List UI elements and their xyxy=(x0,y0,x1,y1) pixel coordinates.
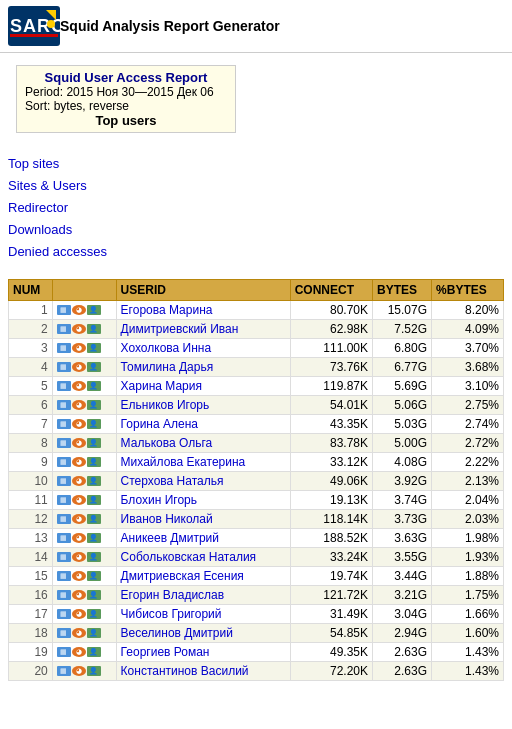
pie-chart-icon[interactable]: ◕ xyxy=(72,666,86,676)
cell-icons: ▦ ◕ 👤 xyxy=(52,529,116,548)
userid-link[interactable]: Егорова Марина xyxy=(121,303,213,317)
cell-connect: 19.13K xyxy=(290,491,372,510)
bar-chart-icon[interactable]: ▦ xyxy=(57,666,71,676)
cell-pct: 3.68% xyxy=(432,358,504,377)
user-icon[interactable]: 👤 xyxy=(87,324,101,334)
pie-chart-icon[interactable]: ◕ xyxy=(72,628,86,638)
bar-chart-icon[interactable]: ▦ xyxy=(57,552,71,562)
bar-chart-icon[interactable]: ▦ xyxy=(57,362,71,372)
userid-link[interactable]: Блохин Игорь xyxy=(121,493,197,507)
table-row: 15 ▦ ◕ 👤 Дмитриевская Есения19.74K3.44G1… xyxy=(9,567,504,586)
pie-chart-icon[interactable]: ◕ xyxy=(72,400,86,410)
userid-link[interactable]: Ельников Игорь xyxy=(121,398,210,412)
pie-chart-icon[interactable]: ◕ xyxy=(72,438,86,448)
nav-denied-accesses[interactable]: Denied accesses xyxy=(8,241,504,263)
pie-chart-icon[interactable]: ◕ xyxy=(72,324,86,334)
user-icon[interactable]: 👤 xyxy=(87,666,101,676)
cell-num: 6 xyxy=(9,396,53,415)
cell-icons: ▦ ◕ 👤 xyxy=(52,510,116,529)
userid-link[interactable]: Горина Алена xyxy=(121,417,198,431)
userid-link[interactable]: Харина Мария xyxy=(121,379,202,393)
user-icon[interactable]: 👤 xyxy=(87,495,101,505)
user-icon[interactable]: 👤 xyxy=(87,419,101,429)
bar-chart-icon[interactable]: ▦ xyxy=(57,305,71,315)
user-icon[interactable]: 👤 xyxy=(87,590,101,600)
bar-chart-icon[interactable]: ▦ xyxy=(57,343,71,353)
userid-link[interactable]: Дмитриевская Есения xyxy=(121,569,244,583)
bar-chart-icon[interactable]: ▦ xyxy=(57,381,71,391)
pie-chart-icon[interactable]: ◕ xyxy=(72,609,86,619)
user-icon[interactable]: 👤 xyxy=(87,476,101,486)
userid-link[interactable]: Константинов Василий xyxy=(121,664,249,678)
userid-link[interactable]: Веселинов Дмитрий xyxy=(121,626,233,640)
userid-link[interactable]: Малькова Ольга xyxy=(121,436,213,450)
bar-chart-icon[interactable]: ▦ xyxy=(57,590,71,600)
user-icon[interactable]: 👤 xyxy=(87,343,101,353)
user-icon[interactable]: 👤 xyxy=(87,609,101,619)
bar-chart-icon[interactable]: ▦ xyxy=(57,647,71,657)
cell-userid: Михайлова Екатерина xyxy=(116,453,290,472)
pie-chart-icon[interactable]: ◕ xyxy=(72,495,86,505)
cell-num: 20 xyxy=(9,662,53,681)
cell-bytes: 3.92G xyxy=(373,472,432,491)
userid-link[interactable]: Аникеев Дмитрий xyxy=(121,531,219,545)
bar-chart-icon[interactable]: ▦ xyxy=(57,419,71,429)
pie-chart-icon[interactable]: ◕ xyxy=(72,514,86,524)
pie-chart-icon[interactable]: ◕ xyxy=(72,476,86,486)
pie-chart-icon[interactable]: ◕ xyxy=(72,305,86,315)
userid-link[interactable]: Иванов Николай xyxy=(121,512,213,526)
cell-pct: 2.13% xyxy=(432,472,504,491)
nav-downloads[interactable]: Downloads xyxy=(8,219,504,241)
user-icon[interactable]: 👤 xyxy=(87,305,101,315)
pie-chart-icon[interactable]: ◕ xyxy=(72,381,86,391)
userid-link[interactable]: Чибисов Григорий xyxy=(121,607,222,621)
user-icon[interactable]: 👤 xyxy=(87,457,101,467)
user-icon[interactable]: 👤 xyxy=(87,552,101,562)
table-row: 19 ▦ ◕ 👤 Георгиев Роман49.35K2.63G1.43% xyxy=(9,643,504,662)
nav-redirector[interactable]: Redirector xyxy=(8,197,504,219)
pie-chart-icon[interactable]: ◕ xyxy=(72,419,86,429)
userid-link[interactable]: Собольковская Наталия xyxy=(121,550,257,564)
bar-chart-icon[interactable]: ▦ xyxy=(57,400,71,410)
userid-link[interactable]: Томилина Дарья xyxy=(121,360,214,374)
user-icon[interactable]: 👤 xyxy=(87,628,101,638)
user-icon[interactable]: 👤 xyxy=(87,362,101,372)
cell-icons: ▦ ◕ 👤 xyxy=(52,586,116,605)
pie-chart-icon[interactable]: ◕ xyxy=(72,457,86,467)
bar-chart-icon[interactable]: ▦ xyxy=(57,476,71,486)
pie-chart-icon[interactable]: ◕ xyxy=(72,343,86,353)
user-icon[interactable]: 👤 xyxy=(87,381,101,391)
userid-link[interactable]: Егорин Владислав xyxy=(121,588,225,602)
bar-chart-icon[interactable]: ▦ xyxy=(57,571,71,581)
nav-top-sites[interactable]: Top sites xyxy=(8,153,504,175)
pie-chart-icon[interactable]: ◕ xyxy=(72,590,86,600)
user-icon[interactable]: 👤 xyxy=(87,438,101,448)
user-icon[interactable]: 👤 xyxy=(87,533,101,543)
pie-chart-icon[interactable]: ◕ xyxy=(72,362,86,372)
bar-chart-icon[interactable]: ▦ xyxy=(57,609,71,619)
bar-chart-icon[interactable]: ▦ xyxy=(57,324,71,334)
userid-link[interactable]: Хохолкова Инна xyxy=(121,341,212,355)
pie-chart-icon[interactable]: ◕ xyxy=(72,571,86,581)
user-icon[interactable]: 👤 xyxy=(87,514,101,524)
pie-chart-icon[interactable]: ◕ xyxy=(72,552,86,562)
user-icon[interactable]: 👤 xyxy=(87,647,101,657)
pie-chart-icon[interactable]: ◕ xyxy=(72,533,86,543)
bar-chart-icon[interactable]: ▦ xyxy=(57,628,71,638)
userid-link[interactable]: Михайлова Екатерина xyxy=(121,455,246,469)
userid-link[interactable]: Димитриевский Иван xyxy=(121,322,239,336)
bar-chart-icon[interactable]: ▦ xyxy=(57,514,71,524)
cell-bytes: 3.21G xyxy=(373,586,432,605)
nav-sites-users[interactable]: Sites & Users xyxy=(8,175,504,197)
user-icon[interactable]: 👤 xyxy=(87,571,101,581)
table-row: 13 ▦ ◕ 👤 Аникеев Дмитрий188.52K3.63G1.98… xyxy=(9,529,504,548)
bar-chart-icon[interactable]: ▦ xyxy=(57,457,71,467)
bar-chart-icon[interactable]: ▦ xyxy=(57,533,71,543)
userid-link[interactable]: Георгиев Роман xyxy=(121,645,210,659)
userid-link[interactable]: Стерхова Наталья xyxy=(121,474,224,488)
bar-chart-icon[interactable]: ▦ xyxy=(57,495,71,505)
report-sort: Sort: bytes, reverse xyxy=(25,99,227,113)
pie-chart-icon[interactable]: ◕ xyxy=(72,647,86,657)
bar-chart-icon[interactable]: ▦ xyxy=(57,438,71,448)
user-icon[interactable]: 👤 xyxy=(87,400,101,410)
